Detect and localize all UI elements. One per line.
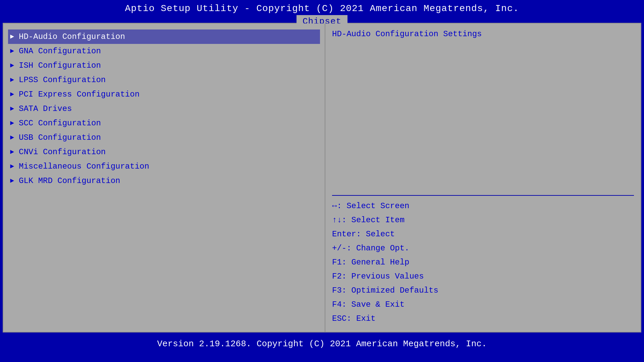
arrow-icon-usb: ► xyxy=(10,134,14,141)
right-panel: HD-Audio Configuration Settings ↔: Selec… xyxy=(325,23,641,332)
left-panel: ► HD-Audio Configuration ► GNA Configura… xyxy=(3,23,325,332)
arrow-icon-gna: ► xyxy=(10,47,14,55)
menu-item-label-glk-mrd: GLK MRD Configuration xyxy=(19,176,120,185)
menu-item-label-ish: ISH Configuration xyxy=(19,61,101,70)
key-hint: ↔: Select Screen xyxy=(332,199,634,213)
menu-item-label-hd-audio: HD-Audio Configuration xyxy=(19,32,125,41)
key-hint: F1: General Help xyxy=(332,255,634,269)
arrow-icon-ish: ► xyxy=(10,62,14,69)
key-hints: ↔: Select Screen↑↓: Select ItemEnter: Se… xyxy=(332,199,634,326)
menu-item-label-scc: SCC Configuration xyxy=(19,119,101,128)
footer-text: Version 2.19.1268. Copyright (C) 2021 Am… xyxy=(157,339,487,349)
arrow-icon-glk-mrd: ► xyxy=(10,177,14,185)
menu-item-gna[interactable]: ► GNA Configuration xyxy=(10,44,318,58)
key-hint: F2: Previous Values xyxy=(332,269,634,284)
arrow-icon-hd-audio: ► xyxy=(10,33,14,41)
menu-item-label-sata: SATA Drives xyxy=(19,104,72,113)
menu-item-label-miscellaneous: Miscellaneous Configuration xyxy=(19,162,149,171)
key-hint: ESC: Exit xyxy=(332,312,634,326)
header: Aptio Setup Utility - Copyright (C) 2021… xyxy=(0,0,644,23)
menu-item-label-usb: USB Configuration xyxy=(19,133,101,142)
header-title: Aptio Setup Utility - Copyright (C) 2021… xyxy=(125,3,519,14)
menu-item-lpss[interactable]: ► LPSS Configuration xyxy=(10,73,318,87)
menu-item-miscellaneous[interactable]: ► Miscellaneous Configuration xyxy=(10,159,318,174)
menu-item-glk-mrd[interactable]: ► GLK MRD Configuration xyxy=(10,174,318,188)
help-text: HD-Audio Configuration Settings xyxy=(332,29,634,192)
menu-item-pci-express[interactable]: ► PCI Express Configuration xyxy=(10,87,318,102)
menu-item-usb[interactable]: ► USB Configuration xyxy=(10,130,318,145)
menu-item-ish[interactable]: ► ISH Configuration xyxy=(10,58,318,73)
arrow-icon-cnvi: ► xyxy=(10,148,14,156)
arrow-icon-sata: ► xyxy=(10,105,14,113)
arrow-icon-lpss: ► xyxy=(10,76,14,84)
menu-item-label-pci-express: PCI Express Configuration xyxy=(19,90,140,99)
arrow-icon-miscellaneous: ► xyxy=(10,163,14,170)
arrow-icon-scc: ► xyxy=(10,119,14,127)
menu-item-label-gna: GNA Configuration xyxy=(19,47,101,56)
menu-item-cnvi[interactable]: ► CNVi Configuration xyxy=(10,145,318,159)
menu-item-hd-audio[interactable]: ► HD-Audio Configuration xyxy=(8,29,320,44)
divider xyxy=(332,195,634,196)
key-hint: ↑↓: Select Item xyxy=(332,213,634,227)
menu-item-label-cnvi: CNVi Configuration xyxy=(19,147,106,157)
key-hint: F4: Save & Exit xyxy=(332,298,634,312)
menu-item-label-lpss: LPSS Configuration xyxy=(19,75,106,84)
menu-item-scc[interactable]: ► SCC Configuration xyxy=(10,116,318,130)
key-hint: F3: Optimized Defaults xyxy=(332,284,634,298)
footer: Version 2.19.1268. Copyright (C) 2021 Am… xyxy=(0,333,644,355)
arrow-icon-pci-express: ► xyxy=(10,90,14,98)
menu-item-sata[interactable]: ► SATA Drives xyxy=(10,102,318,116)
key-hint: +/-: Change Opt. xyxy=(332,241,634,255)
key-hint: Enter: Select xyxy=(332,227,634,241)
main-content: ► HD-Audio Configuration ► GNA Configura… xyxy=(3,23,641,333)
